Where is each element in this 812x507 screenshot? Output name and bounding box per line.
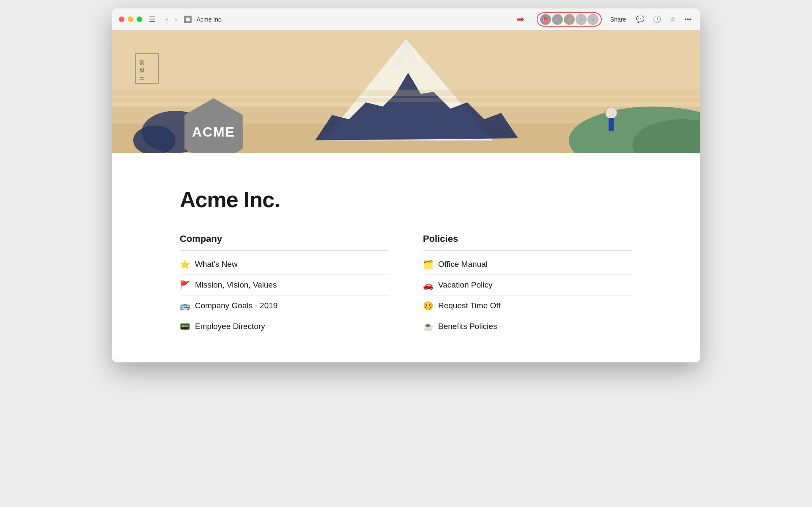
item-emoji: 🥴 — [423, 301, 434, 311]
item-label: Request Time Off — [438, 301, 501, 310]
forward-button[interactable]: › — [173, 15, 178, 24]
company-heading: Company — [180, 233, 389, 244]
list-item[interactable]: 🚗 Vacation Policy — [423, 275, 632, 296]
maximize-button[interactable] — [137, 16, 142, 22]
item-emoji: ☕ — [423, 321, 434, 332]
star-button[interactable]: ☆ — [668, 14, 678, 25]
comment-button[interactable]: 💬 — [634, 14, 646, 25]
company-list: ⭐ What's New 🚩 Mission, Vision, Values 🚌… — [180, 254, 389, 337]
collaborators-area[interactable]: ➡ 🐙 ● ● ● ● — [537, 12, 602, 27]
item-label: What's New — [195, 260, 238, 269]
item-label: Office Manual — [438, 260, 488, 269]
policies-section: Policies 🗂️ Office Manual 🚗 Vacation Pol… — [423, 233, 632, 337]
hero-banner: 富 嶽 三 ACME — [112, 30, 700, 153]
svg-marker-0 — [186, 17, 190, 22]
svg-text:三: 三 — [140, 75, 145, 81]
hero-logo-text: ACME — [192, 124, 235, 140]
item-emoji: 🚩 — [180, 280, 191, 290]
policies-heading: Policies — [423, 233, 632, 244]
nav-buttons: ‹ › — [164, 15, 179, 24]
list-item[interactable]: 🗂️ Office Manual — [423, 254, 632, 275]
share-button[interactable]: Share — [607, 14, 629, 25]
svg-text:富: 富 — [140, 60, 145, 66]
svg-rect-18 — [112, 90, 700, 96]
avatar: ● — [576, 14, 587, 25]
item-emoji: 🗂️ — [423, 259, 434, 269]
history-button[interactable]: 🕐 — [651, 14, 663, 25]
red-arrow-icon: ➡ — [516, 14, 524, 25]
policies-divider — [423, 250, 632, 251]
company-section: Company ⭐ What's New 🚩 Mission, Vision, … — [180, 233, 389, 337]
minimize-button[interactable] — [128, 16, 133, 22]
list-item[interactable]: 🚩 Mission, Vision, Values — [180, 275, 389, 296]
app-window: ☰ ‹ › Acme Inc. ➡ 🐙 ● ● ● ● Share 💬 🕐 ☆ — [112, 8, 700, 362]
item-emoji: 🚌 — [180, 301, 191, 311]
item-label: Employee Directory — [195, 322, 265, 331]
avatar: ● — [552, 14, 563, 25]
traffic-lights — [119, 16, 142, 22]
item-emoji: 📟 — [180, 321, 191, 332]
svg-text:嶽: 嶽 — [140, 67, 145, 73]
svg-rect-19 — [112, 98, 700, 102]
avatar: ● — [564, 14, 575, 25]
item-label: Company Goals - 2019 — [195, 301, 277, 310]
page-icon — [184, 16, 192, 23]
item-emoji: ⭐ — [180, 259, 191, 269]
page-title-bar: Acme Inc. — [197, 16, 223, 23]
page-title: Acme Inc. — [180, 187, 632, 212]
sidebar-toggle-button[interactable]: ☰ — [149, 15, 156, 24]
item-label: Benefits Policies — [438, 322, 497, 331]
close-button[interactable] — [119, 16, 124, 22]
avatar: ● — [587, 14, 598, 25]
titlebar: ☰ ‹ › Acme Inc. ➡ 🐙 ● ● ● ● Share 💬 🕐 ☆ — [112, 8, 700, 30]
list-item[interactable]: ☕ Benefits Policies — [423, 316, 632, 337]
titlebar-right: ➡ 🐙 ● ● ● ● Share 💬 🕐 ☆ ••• — [537, 12, 693, 27]
item-emoji: 🚗 — [423, 280, 434, 290]
company-divider — [180, 250, 389, 251]
content-area: Acme Inc. Company ⭐ What's New 🚩 Mission… — [112, 153, 700, 362]
back-button[interactable]: ‹ — [164, 15, 170, 24]
item-label: Mission, Vision, Values — [195, 280, 277, 290]
policies-list: 🗂️ Office Manual 🚗 Vacation Policy 🥴 Req… — [423, 254, 632, 337]
svg-rect-13 — [609, 118, 614, 131]
more-button[interactable]: ••• — [683, 14, 693, 25]
sections-grid: Company ⭐ What's New 🚩 Mission, Vision, … — [180, 233, 632, 337]
list-item[interactable]: 🚌 Company Goals - 2019 — [180, 296, 389, 316]
item-label: Vacation Policy — [438, 280, 493, 290]
list-item[interactable]: ⭐ What's New — [180, 254, 389, 275]
list-item[interactable]: 🥴 Request Time Off — [423, 296, 632, 316]
svg-point-12 — [605, 107, 617, 119]
list-item[interactable]: 📟 Employee Directory — [180, 316, 389, 337]
avatar: 🐙 — [540, 14, 551, 25]
